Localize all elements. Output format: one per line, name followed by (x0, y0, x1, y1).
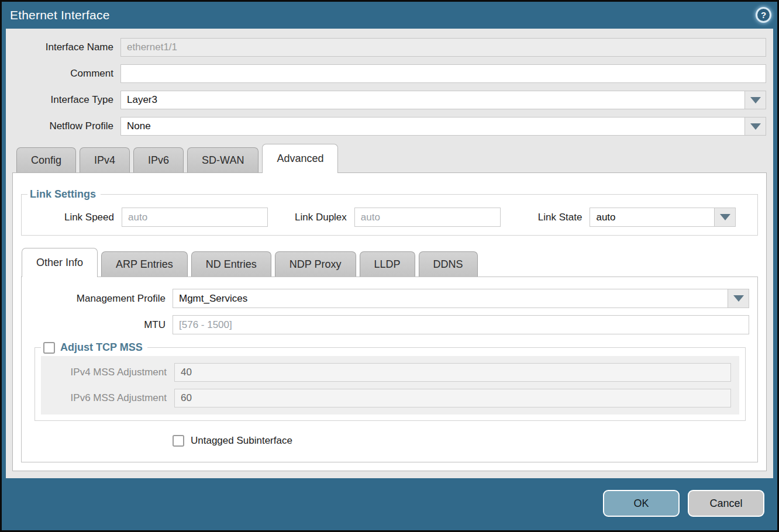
ipv4-mss-field-wrap (174, 363, 731, 382)
tab-nd-entries[interactable]: ND Entries (191, 251, 271, 277)
main-tab-bar: Config IPv4 IPv6 SD-WAN Advanced (6, 143, 773, 172)
comment-input[interactable] (121, 65, 766, 82)
interface-name-row: Interface Name (6, 38, 773, 57)
management-profile-row: Management Profile Mgmt_Services (22, 289, 757, 308)
ethernet-interface-dialog: Ethernet Interface ? Interface Name Comm… (0, 0, 779, 532)
chevron-down-icon (750, 97, 761, 103)
other-info-panel: Management Profile Mgmt_Services MTU (21, 277, 758, 462)
adjust-tcp-mss-legend: Adjust TCP MSS (41, 341, 147, 354)
link-state-select[interactable]: auto (590, 208, 736, 227)
netflow-profile-value: None (121, 118, 744, 135)
interface-name-field-wrap (120, 38, 766, 57)
chevron-down-icon (720, 214, 730, 220)
tab-lldp[interactable]: LLDP (360, 251, 415, 277)
ipv4-mss-input (175, 364, 730, 381)
link-speed-field-wrap (122, 208, 268, 227)
tab-config[interactable]: Config (16, 147, 76, 172)
link-settings-group: Link Settings Link Speed Link Duplex (21, 188, 758, 236)
advanced-tab-panel: Link Settings Link Speed Link Duplex (12, 172, 767, 471)
ok-button[interactable]: OK (603, 490, 680, 517)
adjust-tcp-mss-group: Adjust TCP MSS IPv4 MSS Adjustment IPv6 … (35, 341, 746, 421)
help-icon-glyph: ? (761, 10, 766, 20)
netflow-profile-select[interactable]: None (120, 117, 766, 136)
help-icon[interactable]: ? (756, 7, 771, 23)
netflow-profile-dropdown-button[interactable] (744, 118, 766, 135)
interface-type-dropdown-button[interactable] (744, 91, 766, 109)
link-state-group: Link State auto (538, 208, 736, 227)
link-state-label: Link State (538, 212, 590, 223)
dialog-footer: OK Cancel (2, 478, 777, 530)
link-speed-group: Link Speed (37, 208, 268, 227)
link-speed-input[interactable] (122, 208, 267, 226)
dialog-body: Interface Name Comment Interface Type La… (6, 29, 773, 478)
interface-type-row: Interface Type Layer3 (6, 91, 773, 109)
comment-row: Comment (6, 64, 773, 83)
interface-type-value: Layer3 (121, 91, 744, 109)
link-duplex-label: Link Duplex (295, 212, 354, 223)
comment-label: Comment (6, 68, 120, 80)
interface-type-select[interactable]: Layer3 (120, 91, 766, 109)
dialog-titlebar: Ethernet Interface ? (2, 2, 777, 29)
adjust-tcp-mss-title: Adjust TCP MSS (60, 341, 143, 354)
netflow-profile-label: Netflow Profile (6, 120, 120, 132)
management-profile-label: Management Profile (22, 293, 173, 305)
mtu-label: MTU (22, 319, 173, 331)
sub-tab-bar: Other Info ARP Entries ND Entries NDP Pr… (13, 246, 766, 277)
ipv6-mss-label: IPv6 MSS Adjustment (41, 392, 174, 404)
link-state-dropdown-button[interactable] (714, 208, 735, 226)
ipv4-mss-row: IPv4 MSS Adjustment (41, 363, 739, 382)
tab-other-info[interactable]: Other Info (22, 248, 98, 277)
ipv6-mss-input (175, 389, 730, 407)
chevron-down-icon (750, 123, 761, 130)
link-settings-title: Link Settings (30, 188, 96, 201)
tab-arp-entries[interactable]: ARP Entries (101, 251, 188, 277)
mtu-input[interactable] (173, 316, 749, 334)
management-profile-value: Mgmt_Services (173, 289, 728, 308)
link-speed-label: Link Speed (37, 212, 122, 223)
tab-ddns[interactable]: DDNS (419, 251, 478, 277)
link-settings-legend: Link Settings (27, 188, 101, 201)
interface-type-label: Interface Type (6, 94, 120, 106)
management-profile-dropdown-button[interactable] (728, 289, 749, 308)
tab-advanced[interactable]: Advanced (262, 144, 338, 173)
cancel-button[interactable]: Cancel (688, 490, 764, 517)
adjust-tcp-mss-checkbox[interactable] (43, 342, 55, 354)
mtu-row: MTU (22, 315, 757, 334)
ipv6-mss-field-wrap (174, 389, 731, 407)
comment-field-wrap (120, 64, 766, 83)
untagged-subinterface-row: Untagged Subinterface (173, 435, 757, 447)
link-duplex-group: Link Duplex (295, 208, 501, 227)
link-duplex-field-wrap (354, 208, 501, 227)
link-duplex-input[interactable] (355, 208, 500, 226)
link-settings-row: Link Speed Link Duplex Link State (22, 208, 757, 227)
ipv6-mss-row: IPv6 MSS Adjustment (41, 389, 739, 407)
mtu-field-wrap (173, 315, 749, 334)
management-profile-select[interactable]: Mgmt_Services (173, 289, 749, 308)
link-state-value: auto (590, 208, 714, 226)
netflow-profile-row: Netflow Profile None (6, 117, 773, 136)
untagged-subinterface-label: Untagged Subinterface (191, 435, 292, 447)
tab-ipv6[interactable]: IPv6 (133, 147, 184, 172)
dialog-title: Ethernet Interface (10, 8, 110, 22)
untagged-subinterface-checkbox[interactable] (173, 435, 184, 447)
mss-disabled-block: IPv4 MSS Adjustment IPv6 MSS Adjustment (41, 356, 739, 414)
tab-ndp-proxy[interactable]: NDP Proxy (275, 251, 356, 277)
interface-name-label: Interface Name (6, 42, 120, 53)
interface-name-input (121, 39, 766, 56)
tab-sdwan[interactable]: SD-WAN (187, 147, 258, 172)
tab-ipv4[interactable]: IPv4 (80, 147, 130, 172)
chevron-down-icon (733, 295, 744, 302)
ipv4-mss-label: IPv4 MSS Adjustment (41, 367, 174, 378)
